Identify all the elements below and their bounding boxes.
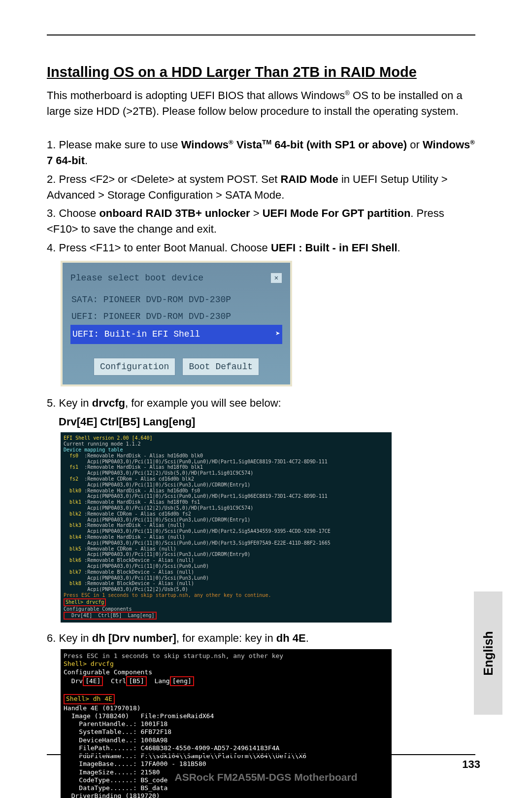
step-3: 3. Choose onboard RAID 3TB+ unlocker > U… (47, 206, 475, 237)
intro-paragraph: This motherboard is adopting UEFI BIOS t… (47, 88, 475, 119)
drvcfg-shell-figure: EFI Shell version 2.00 [4.640] Current r… (61, 432, 392, 623)
page-number: 133 (462, 758, 480, 771)
boot-device-figure: Please select boot device ✕ SATA: PIONEE… (61, 261, 292, 386)
step-5: 5. Key in drvcfg, for example you will s… (47, 395, 475, 411)
language-tab: English (474, 591, 502, 715)
boot-device-title-row: Please select boot device ✕ (70, 272, 282, 284)
configuration-button: Configuration (94, 358, 175, 376)
boot-item-2-label: UEFI: Built-in EFI Shell (72, 328, 200, 341)
step-2: 2. Press <F2> or <Delete> at system POST… (47, 172, 475, 203)
drvcfg-shell-text: EFI Shell version 2.00 [4.640] Current r… (64, 435, 389, 620)
boot-item-2-selected: UEFI: Built-in EFI Shell ➤ (70, 325, 282, 344)
document-page: Installing OS on a HDD Larger Than 2TB i… (47, 35, 475, 798)
boot-item-1: UEFI: PIONEER DVD-ROM DVD-230P (70, 308, 282, 325)
boot-item-0: SATA: PIONEER DVD-ROM DVD-230P (70, 291, 282, 308)
boot-default-button: Boot Default (182, 358, 259, 376)
steps-list: 1. Please make sure to use Windows® Vist… (47, 137, 475, 798)
step-6: 6. Key in dh [Drv number], for example: … (47, 630, 475, 646)
footer-rule (47, 754, 475, 755)
footer-brand: ASRock FM2A55M-DGS Motherboard (0, 771, 532, 783)
boot-buttons: Configuration Boot Default (70, 358, 282, 376)
boot-device-title: Please select boot device (70, 272, 203, 284)
step-5-result: Drv[4E] Ctrl[B5] Lang[eng] (59, 414, 475, 430)
section-title: Installing OS on a HDD Larger Than 2TB i… (47, 63, 475, 82)
close-icon: ✕ (270, 273, 282, 283)
step-4: 4. Press <F11> to enter Boot Manual. Cho… (47, 240, 475, 256)
language-tab-label: English (481, 631, 496, 675)
top-rule (47, 35, 475, 35)
cursor-icon: ➤ (275, 329, 280, 340)
step-1: 1. Please make sure to use Windows® Vist… (47, 137, 475, 169)
